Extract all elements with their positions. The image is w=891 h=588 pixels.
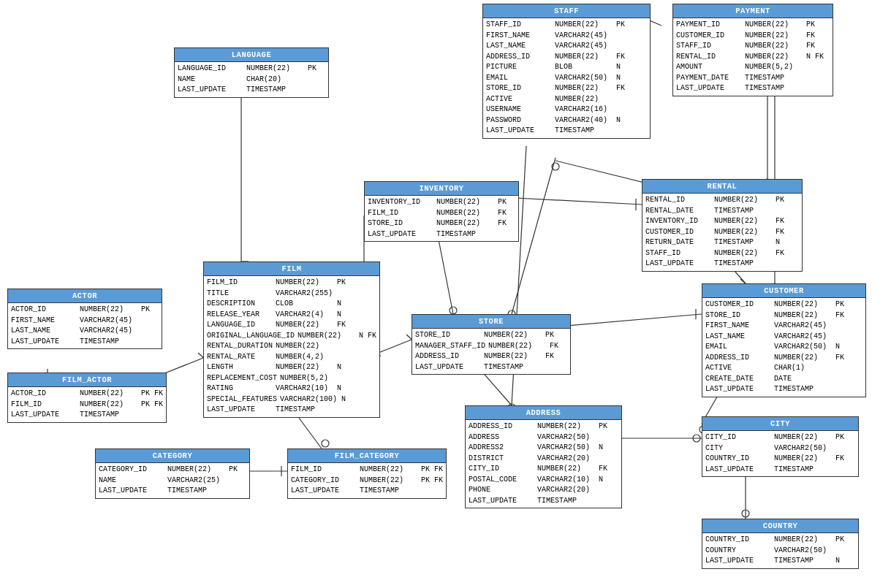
- table-row: LANGUAGE_IDNUMBER(22)PK: [178, 64, 325, 75]
- table-row: CITYVARCHAR2(50): [705, 443, 855, 454]
- table-row: FILM_IDNUMBER(22)PK: [207, 278, 376, 289]
- table-row: LAST_UPDATETIMESTAMP: [178, 85, 325, 96]
- table-row: LAST_NAMEVARCHAR2(45): [486, 41, 647, 52]
- customer-title: CUSTOMER: [702, 284, 865, 298]
- table-row: FILM_IDNUMBER(22)PK FK: [291, 465, 443, 476]
- table-row: ADDRESS_IDNUMBER(22)FK: [486, 52, 647, 63]
- table-row: TITLEVARCHAR2(255): [207, 289, 376, 299]
- film-category-table: FILM_CATEGORY FILM_IDNUMBER(22)PK FK CAT…: [287, 448, 447, 499]
- store-body: STORE_IDNUMBER(22)PK MANAGER_STAFF_IDNUM…: [412, 329, 570, 374]
- city-body: CITY_IDNUMBER(22)PK CITYVARCHAR2(50) COU…: [702, 431, 858, 476]
- table-row: CITY_IDNUMBER(22)FK: [469, 464, 618, 475]
- film-actor-body: ACTOR_IDNUMBER(22)PK FK FILM_IDNUMBER(22…: [8, 387, 166, 422]
- payment-title: PAYMENT: [673, 4, 833, 18]
- svg-point-40: [322, 440, 329, 447]
- table-row: RATINGVARCHAR2(10)N: [207, 383, 376, 394]
- table-row: ACTIVENUMBER(22): [486, 94, 647, 105]
- table-row: CUSTOMER_IDNUMBER(22)FK: [645, 227, 799, 238]
- table-row: PAYMENT_DATETIMESTAMP: [676, 73, 830, 84]
- store-table: STORE STORE_IDNUMBER(22)PK MANAGER_STAFF…: [412, 314, 571, 375]
- table-row: LAST_UPDATETIMESTAMP: [291, 486, 443, 497]
- film-actor-table: FILM_ACTOR ACTOR_IDNUMBER(22)PK FK FILM_…: [7, 373, 167, 423]
- table-row: FILM_IDNUMBER(22)PK FK: [11, 400, 163, 411]
- table-row: STAFF_IDNUMBER(22)PK: [486, 20, 647, 31]
- table-row: RENTAL_DATETIMESTAMP: [645, 206, 799, 217]
- table-row: STORE_IDNUMBER(22)FK: [486, 83, 647, 94]
- table-row: ADDRESS2VARCHAR2(50)N: [469, 443, 618, 454]
- film-category-body: FILM_IDNUMBER(22)PK FK CATEGORY_IDNUMBER…: [288, 463, 446, 498]
- table-row: COUNTRY_IDNUMBER(22)FK: [705, 454, 855, 465]
- table-row: LAST_UPDATETIMESTAMP: [207, 405, 376, 416]
- table-row: RENTAL_IDNUMBER(22)PK: [645, 195, 799, 206]
- table-row: CATEGORY_IDNUMBER(22)PK: [99, 465, 246, 476]
- payment-table: PAYMENT PAYMENT_IDNUMBER(22)PK CUSTOMER_…: [672, 4, 833, 96]
- table-row: CATEGORY_IDNUMBER(22)PK FK: [291, 476, 443, 486]
- table-row: MANAGER_STAFF_IDNUMBER(22)FK: [415, 341, 567, 352]
- table-row: STORE_IDNUMBER(22)PK: [415, 330, 567, 341]
- table-row: LANGUAGE_IDNUMBER(22)FK: [207, 320, 376, 331]
- svg-point-56: [693, 435, 700, 442]
- table-row: LAST_UPDATETIMESTAMPN: [705, 556, 855, 567]
- table-row: PASSWORDVARCHAR2(40)N: [486, 115, 647, 126]
- table-row: ORIGINAL_LANGUAGE_IDNUMBER(22)N FK: [207, 331, 376, 342]
- table-row: REPLACEMENT_COSTNUMBER(5,2): [207, 373, 376, 384]
- table-row: DESCRIPTIONCLOBN: [207, 299, 376, 310]
- table-row: PAYMENT_IDNUMBER(22)PK: [676, 20, 830, 31]
- table-row: CUSTOMER_IDNUMBER(22)FK: [676, 31, 830, 42]
- table-row: COUNTRY_IDNUMBER(22)PK: [705, 535, 855, 546]
- diagram-container: STAFF STAFF_IDNUMBER(22)PK FIRST_NAMEVAR…: [0, 0, 891, 588]
- table-row: RENTAL_IDNUMBER(22)N FK: [676, 52, 830, 63]
- inventory-title: INVENTORY: [365, 182, 518, 196]
- table-row: INVENTORY_IDNUMBER(22)FK: [645, 216, 799, 227]
- film-body: FILM_IDNUMBER(22)PK TITLEVARCHAR2(255) D…: [204, 276, 379, 417]
- inventory-table: INVENTORY INVENTORY_IDNUMBER(22)PK FILM_…: [364, 181, 519, 242]
- table-row: COUNTRYVARCHAR2(50): [705, 546, 855, 557]
- table-row: EMAILVARCHAR2(50)N: [705, 342, 862, 353]
- table-row: STAFF_IDNUMBER(22)FK: [645, 248, 799, 259]
- table-row: EMAILVARCHAR2(50)N: [486, 73, 647, 84]
- table-row: LAST_UPDATETIMESTAMP: [11, 337, 159, 348]
- table-row: POSTAL_CODEVARCHAR2(10)N: [469, 475, 618, 486]
- country-title: COUNTRY: [702, 519, 858, 533]
- film-table: FILM FILM_IDNUMBER(22)PK TITLEVARCHAR2(2…: [203, 261, 380, 418]
- table-row: STORE_IDNUMBER(22)FK: [368, 218, 515, 229]
- city-title: CITY: [702, 417, 858, 431]
- table-row: RENTAL_DURATIONNUMBER(22): [207, 341, 376, 352]
- payment-body: PAYMENT_IDNUMBER(22)PK CUSTOMER_IDNUMBER…: [673, 18, 833, 96]
- table-row: NAMEVARCHAR2(25): [99, 476, 246, 486]
- table-row: LAST_UPDATETIMESTAMP: [486, 126, 647, 137]
- table-row: LAST_UPDATETIMESTAMP: [415, 362, 567, 373]
- table-row: STAFF_IDNUMBER(22)FK: [676, 41, 830, 52]
- table-row: ADDRESS_IDNUMBER(22)FK: [415, 351, 567, 362]
- city-table: CITY CITY_IDNUMBER(22)PK CITYVARCHAR2(50…: [702, 416, 859, 477]
- rental-body: RENTAL_IDNUMBER(22)PK RENTAL_DATETIMESTA…: [642, 194, 802, 271]
- film-actor-title: FILM_ACTOR: [8, 373, 166, 387]
- table-row: LAST_NAMEVARCHAR2(45): [11, 326, 159, 337]
- store-title: STORE: [412, 315, 570, 329]
- table-row: ADDRESS_IDNUMBER(22)PK: [469, 421, 618, 432]
- language-body: LANGUAGE_IDNUMBER(22)PK NAMECHAR(20) LAS…: [175, 62, 328, 97]
- category-title: CATEGORY: [96, 449, 249, 463]
- svg-point-12: [552, 163, 559, 170]
- table-row: FIRST_NAMEVARCHAR2(45): [705, 321, 862, 332]
- table-row: LAST_UPDATETIMESTAMP: [99, 486, 246, 497]
- table-row: LAST_UPDATETIMESTAMP: [705, 465, 855, 476]
- actor-title: ACTOR: [8, 289, 162, 303]
- table-row: ACTOR_IDNUMBER(22)PK: [11, 305, 159, 316]
- address-table: ADDRESS ADDRESS_IDNUMBER(22)PK ADDRESSVA…: [465, 405, 622, 508]
- table-row: INVENTORY_IDNUMBER(22)PK: [368, 197, 515, 208]
- address-title: ADDRESS: [466, 406, 621, 420]
- table-row: STORE_IDNUMBER(22)FK: [705, 310, 862, 321]
- language-title: LANGUAGE: [175, 48, 328, 62]
- table-row: LAST_UPDATETIMESTAMP: [676, 83, 830, 94]
- staff-table: STAFF STAFF_IDNUMBER(22)PK FIRST_NAMEVAR…: [482, 4, 651, 139]
- table-row: RENTAL_RATENUMBER(4,2): [207, 352, 376, 363]
- staff-title: STAFF: [483, 4, 650, 18]
- category-body: CATEGORY_IDNUMBER(22)PK NAMEVARCHAR2(25)…: [96, 463, 249, 498]
- table-row: ACTIVECHAR(1): [705, 363, 862, 374]
- table-row: FIRST_NAMEVARCHAR2(45): [486, 31, 647, 42]
- table-row: AMOUNTNUMBER(5,2): [676, 62, 830, 73]
- table-row: CITY_IDNUMBER(22)PK: [705, 432, 855, 443]
- rental-table: RENTAL RENTAL_IDNUMBER(22)PK RENTAL_DATE…: [642, 179, 803, 272]
- table-row: NAMECHAR(20): [178, 75, 325, 85]
